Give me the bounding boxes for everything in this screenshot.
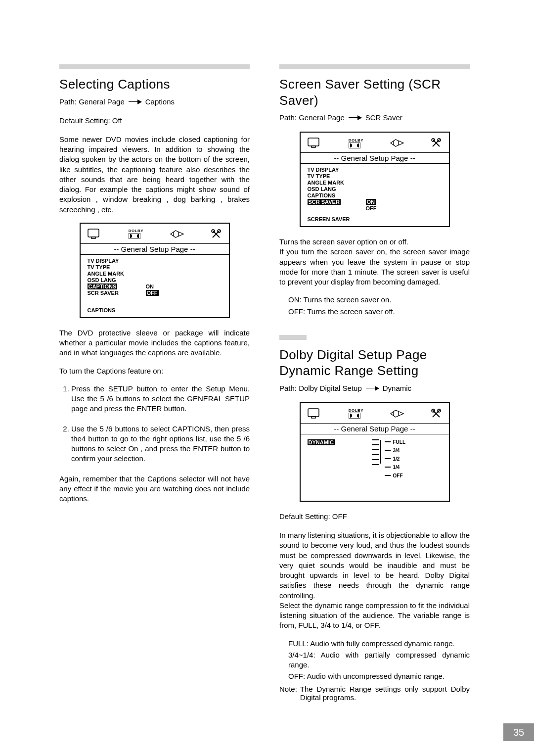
closing-paragraph: Again, remember that the Captions select… <box>59 474 250 504</box>
osd-footer: CAPTIONS <box>81 304 229 317</box>
speaker-icon <box>170 229 184 239</box>
path-suffix: Dynamic <box>383 384 411 392</box>
intro-paragraph: Some newer DVD movies include closed cap… <box>59 135 250 215</box>
section-rule <box>59 64 250 69</box>
steps-list: Press the SETUP button to enter the Setu… <box>59 384 250 464</box>
dolby-mid: 3/4~1/4: Audio with partially compressed… <box>288 650 470 670</box>
osd-menu: DYNAMIC <box>308 439 372 494</box>
menu-item: TV TYPE <box>88 264 146 270</box>
svg-rect-11 <box>312 417 315 418</box>
osd-icon-row: DOLBY <box>301 403 449 423</box>
scr-sub: ON: Turns the screen saver on. OFF: Turn… <box>279 295 470 317</box>
path-dolby: Path: Dolby Digital Setup Dynamic <box>279 384 470 392</box>
tools-icon <box>211 229 222 239</box>
path-suffix: SCR Saver <box>365 113 402 122</box>
path-prefix: Path: General Page <box>279 113 345 122</box>
note-label: Note: <box>279 685 297 702</box>
svg-rect-5 <box>308 138 319 146</box>
path-scrsaver: Path: General Page SCR Saver <box>279 113 470 122</box>
step-1: Press the SETUP button to enter the Setu… <box>71 384 250 414</box>
dolby-full: FULL: Audio with fully compressed dynami… <box>288 639 470 649</box>
menu-item-selected: CAPTIONS <box>88 284 118 289</box>
scr-off: OFF: Turns the screen saver off. <box>288 307 470 317</box>
to-turn-on: To turn the Captions feature on: <box>59 366 250 376</box>
menu-item: OSD LANG <box>308 186 366 192</box>
dolby-icon: DOLBY <box>129 229 144 239</box>
osd-captions: DOLBY -- General Setup Page -- TV DISPLA… <box>80 223 230 318</box>
dolby-p2: Select the dynamic range compression to … <box>279 601 470 631</box>
osd-footer: SCREEN SAVER <box>301 213 449 226</box>
osd-icon-row: DOLBY <box>81 224 229 243</box>
option-on: ON <box>146 284 154 289</box>
section-rule <box>279 64 470 69</box>
svg-rect-10 <box>308 409 319 417</box>
dolby-note: Note: The Dynamic Range settings only su… <box>279 685 470 702</box>
path-suffix: Captions <box>145 97 175 106</box>
path-prefix: Path: General Page <box>59 97 125 106</box>
scale-14: 1/4 <box>393 465 400 470</box>
menu-item: SCR SAVER <box>88 290 146 296</box>
osd-title: -- General Setup Page -- <box>81 243 229 255</box>
tv-icon <box>88 229 102 239</box>
path-captions: Path: General Page Captions <box>59 97 250 106</box>
option-off: OFF <box>366 205 377 211</box>
scr-p2: If you turn the screen saver on, the scr… <box>279 247 470 287</box>
osd-title: -- General Setup Page -- <box>301 152 449 164</box>
scale-12: 1/2 <box>393 456 400 462</box>
option-off-selected: OFF <box>146 290 159 296</box>
arrow-icon <box>349 117 361 118</box>
menu-item: CAPTIONS <box>308 192 366 198</box>
dolby-off: OFF: Audio with uncompressed dynamic ran… <box>288 671 470 681</box>
osd-body: TV DISPLAY TV TYPE ANGLE MARK OSD LANG C… <box>81 255 229 304</box>
osd-scrsaver: DOLBY -- General Setup Page -- TV DISPLA… <box>300 132 450 227</box>
speaker-icon <box>390 138 404 148</box>
osd-body: TV DISPLAY TV TYPE ANGLE MARK OSD LANG C… <box>301 164 449 213</box>
after-osd: The DVD protective sleeve or package wil… <box>59 328 250 358</box>
arrow-icon <box>366 388 379 388</box>
path-prefix: Path: Dolby Digital Setup <box>279 384 362 392</box>
menu-item: OSD LANG <box>88 277 146 283</box>
scale-ticks-left <box>372 439 379 465</box>
svg-rect-1 <box>91 237 95 238</box>
left-column: Selecting Captions Path: General Page Ca… <box>59 64 250 512</box>
osd-menu: TV DISPLAY TV TYPE ANGLE MARK OSD LANG C… <box>88 258 146 303</box>
dolby-p1: In many listening situations, it is obje… <box>279 530 470 601</box>
menu-item: TV DISPLAY <box>88 258 146 264</box>
menu-item: TV DISPLAY <box>308 167 366 173</box>
scale-34: 3/4 <box>393 448 400 453</box>
tv-icon <box>308 408 322 419</box>
osd-dynamic: DOLBY -- General Setup Page -- DYNAMIC <box>300 402 450 502</box>
tools-icon <box>431 408 442 419</box>
section-rule-short <box>279 335 307 340</box>
page-number: 35 <box>503 723 534 741</box>
heading-captions: Selecting Captions <box>59 76 250 93</box>
svg-rect-0 <box>88 229 99 237</box>
heading-dolby: Dolby Digital Setup Page Dynamic Range S… <box>279 347 470 379</box>
default-setting: Default Setting: Off <box>59 116 250 126</box>
menu-item: TV TYPE <box>308 173 366 179</box>
scr-on: ON: Turns the screen saver on. <box>288 295 470 305</box>
step-2: Use the 5 /6 buttons to select CAPTIONS,… <box>71 424 250 464</box>
menu-item-selected: SCR SAVER <box>308 199 341 205</box>
osd-title: -- General Setup Page -- <box>301 423 449 434</box>
svg-rect-6 <box>312 146 315 147</box>
osd-menu: TV DISPLAY TV TYPE ANGLE MARK OSD LANG C… <box>308 167 366 212</box>
dolby-sub: FULL: Audio with fully compressed dynami… <box>279 639 470 682</box>
tools-icon <box>431 138 442 148</box>
right-column: Screen Saver Setting (SCR Saver) Path: G… <box>279 64 470 702</box>
note-body: The Dynamic Range settings only support … <box>300 685 470 702</box>
tv-icon <box>308 138 322 148</box>
osd-icon-row: DOLBY <box>301 133 449 152</box>
heading-scrsaver: Screen Saver Setting (SCR Saver) <box>279 76 470 108</box>
scale-labels: FULL 3/4 1/2 1/4 OFF <box>385 439 406 478</box>
arrow-icon <box>129 101 141 102</box>
menu-item: ANGLE MARK <box>308 180 366 186</box>
scale-full: FULL <box>393 439 406 445</box>
option-on-selected: ON <box>366 199 376 205</box>
scale-off: OFF <box>393 473 403 478</box>
osd-options: ON OFF <box>146 258 224 303</box>
osd-body: DYNAMIC FULL 3/4 1/2 1/4 OFF <box>301 434 449 501</box>
scr-p1: Turns the screen saver option on or off. <box>279 237 470 247</box>
osd-options: ON OFF <box>366 167 444 212</box>
menu-item: ANGLE MARK <box>88 271 146 277</box>
